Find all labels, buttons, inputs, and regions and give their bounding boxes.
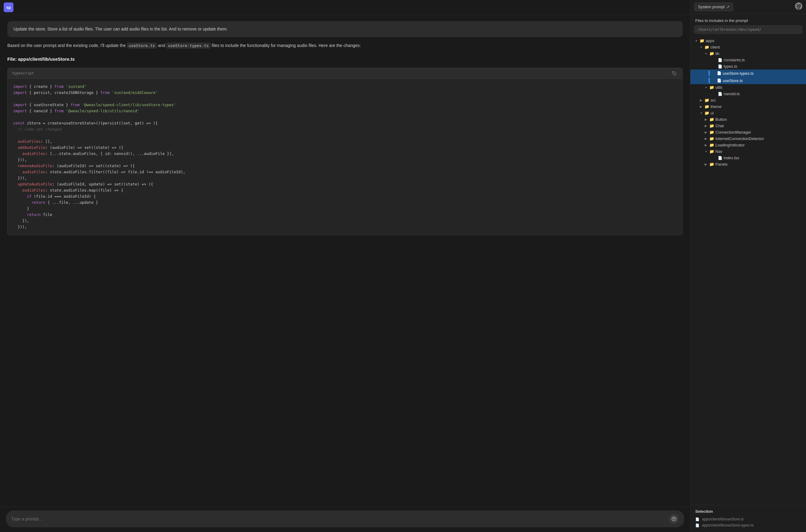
code-content: import { create } from 'zustand' import …	[7, 79, 683, 235]
tree-label: InternetConnectionDetector	[715, 136, 764, 141]
folder-icon: 📁	[709, 124, 714, 128]
chevron-down-icon: ▾	[694, 39, 698, 43]
tree-item-nav[interactable]: ▾ 📁 Nav	[690, 148, 806, 155]
chevron-right-icon: ▶	[699, 104, 703, 109]
tree-label: useStore.ts	[723, 78, 743, 83]
tree-label: types.ts	[724, 64, 737, 69]
right-panel: System prompt ↗ Files to includes in the…	[690, 0, 806, 532]
chevron-right-icon: ▶	[704, 137, 708, 141]
tree-item-utils[interactable]: ▾ 📁 utils	[690, 84, 806, 91]
files-header: Files to includes in the prompt	[690, 14, 806, 25]
system-prompt-button[interactable]: System prompt ↗	[694, 2, 733, 11]
prompt-input[interactable]	[11, 516, 666, 521]
code-block-header: typescript	[7, 68, 683, 79]
tree-item-apps[interactable]: ▾ 📁 apps	[690, 38, 806, 44]
tree-item-constants-ts[interactable]: ▾ 📄 constants.ts	[690, 57, 806, 63]
tree-label: lib	[715, 51, 719, 56]
selection-item-label: apps/client/lib/useStore.ts	[702, 517, 744, 521]
code-language-label: typescript	[12, 71, 34, 75]
tree-item-connectionmanager[interactable]: ▶ 📁 ConnectionManager	[690, 129, 806, 135]
file-icon: 📄	[717, 71, 722, 75]
tree-label: Chat	[715, 124, 724, 128]
copy-code-button[interactable]	[670, 71, 678, 76]
tree-item-nanoid-ts[interactable]: ▾ 📄 nanoid.ts	[690, 91, 806, 97]
tree-item-ui[interactable]: ▾ 📁 ui	[690, 110, 806, 116]
folder-icon: 📁	[709, 85, 714, 90]
selection-indicator	[709, 78, 710, 83]
file-icon: 📄	[718, 64, 723, 69]
file-icon: 📄	[717, 78, 722, 83]
tree-item-types-ts[interactable]: ▾ 📄 types.ts	[690, 63, 806, 70]
tree-label: theme	[711, 104, 722, 109]
selection-panel: Selection 📄 apps/client/lib/useStore.ts …	[690, 505, 806, 532]
folder-icon: 📁	[699, 38, 705, 43]
inline-code-2: useStore-types.ts	[166, 43, 211, 49]
chevron-right-icon: ▶	[704, 117, 708, 122]
chevron-right-icon: ▶	[704, 162, 708, 167]
tree-item-usestore-types-ts[interactable]: ▾ 📄 useStore-types.ts	[690, 70, 806, 77]
selection-item-2: 📄 apps/client/lib/useStore-types.ts	[695, 522, 801, 528]
file-icon: 📄	[695, 517, 699, 521]
chevron-right-icon: ▶	[704, 143, 708, 147]
expand-icon: ↗	[726, 5, 729, 9]
tree-label: Nav	[715, 149, 723, 154]
tree-label: ConnectionManager	[715, 130, 751, 134]
file-heading: File: apps/client/lib/useStore.ts	[7, 56, 683, 62]
chevron-right-icon: ▶	[699, 98, 703, 102]
folder-icon: 📁	[709, 143, 714, 147]
path-bar: /Users/carlbrenner/dev/speed/	[694, 25, 802, 34]
chevron-down-icon: ▾	[699, 45, 703, 50]
tree-label: LoadingIndicator	[715, 143, 745, 147]
chevron-down-icon: ▾	[704, 52, 708, 56]
file-tree: ▾ 📁 apps ▾ 📁 client ▾ 📁 lib ▾ 📄 constant…	[690, 36, 806, 505]
folder-icon: 📁	[705, 98, 709, 102]
folder-icon: 📁	[705, 111, 709, 115]
tree-item-loadingindicator[interactable]: ▶ 📁 LoadingIndicator	[690, 142, 806, 148]
chevron-right-icon: ▶	[704, 130, 708, 134]
tree-item-lib[interactable]: ▾ 📁 lib	[690, 50, 806, 57]
folder-icon: 📁	[705, 104, 709, 109]
tree-label: ui	[711, 111, 714, 115]
tree-label: useStore-types.ts	[723, 71, 753, 76]
folder-icon: 📁	[705, 45, 709, 50]
tree-item-button[interactable]: ▶ 📁 Button	[690, 116, 806, 122]
tree-label: utils	[715, 85, 723, 90]
input-area	[0, 507, 690, 532]
selection-item-1: 📄 apps/client/lib/useStore.ts	[695, 516, 801, 522]
chevron-down-icon: ▾	[699, 111, 703, 115]
user-message: Update the store. Store a list of audio …	[7, 21, 683, 37]
folder-icon: 📁	[709, 117, 714, 122]
tree-item-theme[interactable]: ▶ 📁 theme	[690, 103, 806, 110]
selection-item-label: apps/client/lib/useStore-types.ts	[702, 523, 753, 528]
tree-item-usestore-ts[interactable]: ▾ 📄 useStore.ts	[690, 77, 806, 84]
tree-label: constants.ts	[724, 58, 745, 62]
tree-label: index.tsx	[724, 156, 739, 160]
file-icon: 📄	[695, 524, 699, 528]
chevron-down-icon: ▾	[704, 150, 708, 154]
tree-item-internetconnectiondetector[interactable]: ▶ 📁 InternetConnectionDetector	[690, 135, 806, 142]
folder-icon: 📁	[709, 162, 714, 167]
folder-icon: 📁	[709, 130, 714, 134]
selection-indicator	[709, 71, 710, 76]
chat-area: Update the store. Store a list of audio …	[0, 15, 690, 507]
code-block: typescript import { create } from 'zusta…	[7, 68, 683, 235]
tree-item-panels[interactable]: ▶ 📁 Panels	[690, 161, 806, 168]
file-icon: 📄	[718, 92, 723, 96]
tree-label: nanoid.ts	[724, 92, 740, 96]
file-icon: 📄	[718, 156, 723, 160]
top-bar: sp	[0, 0, 690, 15]
prompt-input-row	[6, 511, 684, 527]
tree-item-chat[interactable]: ▶ 📁 Chat	[690, 122, 806, 129]
app-logo: sp	[4, 2, 14, 12]
tree-item-client[interactable]: ▾ 📁 client	[690, 44, 806, 50]
tree-item-index-tsx[interactable]: ▾ 📄 index.tsx	[690, 155, 806, 161]
system-prompt-label: System prompt	[698, 4, 725, 9]
send-button[interactable]	[669, 514, 679, 524]
folder-icon: 📁	[709, 149, 714, 154]
chevron-right-icon: ▶	[704, 124, 708, 128]
tree-label: src	[711, 98, 716, 102]
tree-item-src[interactable]: ▶ 📁 src	[690, 97, 806, 103]
inline-code-1: useStore.ts	[127, 43, 157, 49]
github-button[interactable]	[795, 2, 802, 10]
svg-rect-0	[674, 73, 676, 75]
